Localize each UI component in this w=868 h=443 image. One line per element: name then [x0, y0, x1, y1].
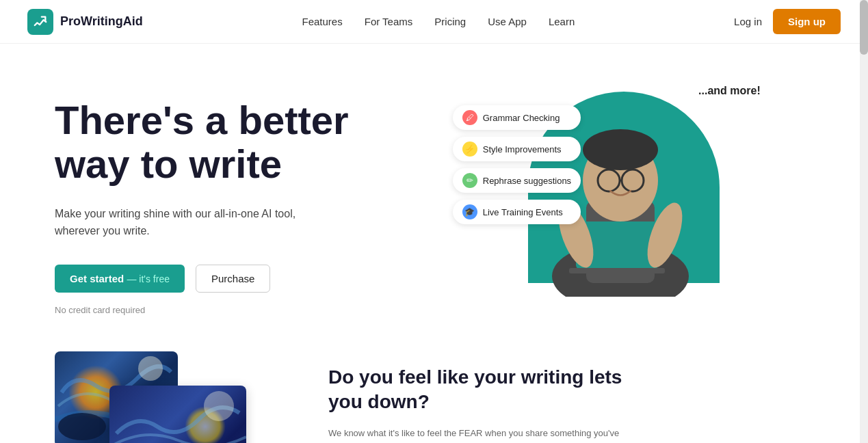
rephrase-label: Rephrase suggestions — [483, 176, 571, 186]
navbar: ProWritingAid Features For Teams Pricing… — [0, 0, 868, 44]
hero-subtitle: Make your writing shine with our all-in-… — [55, 205, 342, 240]
hero-buttons: Get started — it's free Purchase — [55, 265, 434, 293]
hero-image-area: 🖊 Grammar Checking ⚡ Style Improvements … — [434, 85, 814, 324]
rephrase-icon: ✏ — [462, 173, 477, 188]
hero-section: There's a better way to write Make your … — [0, 44, 868, 351]
section2-text: We know what it's like to feel the FEAR … — [328, 426, 643, 443]
pill-style: ⚡ Style Improvements — [453, 137, 581, 161]
nav-features[interactable]: Features — [302, 16, 343, 27]
get-started-button[interactable]: Get started — it's free — [55, 265, 185, 293]
section2-content: Do you feel like your writing lets you d… — [328, 351, 643, 443]
no-credit-text: No credit card required — [55, 305, 434, 315]
hero-title: There's a better way to write — [55, 98, 434, 186]
logo-link[interactable]: ProWritingAid — [27, 9, 143, 35]
hero-content: There's a better way to write Make your … — [55, 85, 434, 315]
svg-point-12 — [58, 413, 106, 440]
nav-use-app[interactable]: Use App — [488, 16, 527, 27]
logo-text: ProWritingAid — [60, 14, 143, 29]
svg-point-3 — [583, 129, 658, 170]
nav-pricing[interactable]: Pricing — [434, 16, 466, 27]
svg-point-11 — [138, 356, 163, 381]
svg-rect-8 — [569, 268, 665, 273]
get-started-label: Get started — [70, 273, 124, 284]
section2-title: Do you feel like your writing lets you d… — [328, 365, 643, 415]
logo-icon — [27, 9, 53, 35]
section2: My idea in my head Do you feel like your… — [0, 351, 868, 443]
svg-point-14 — [204, 391, 234, 421]
scrollbar-thumb[interactable] — [860, 0, 868, 55]
section2-image: My idea in my head — [55, 351, 287, 443]
purchase-button[interactable]: Purchase — [196, 265, 270, 293]
style-label: Style Improvements — [483, 144, 562, 155]
feature-pills: 🖊 Grammar Checking ⚡ Style Improvements … — [453, 105, 581, 224]
person-container: 🖊 Grammar Checking ⚡ Style Improvements … — [508, 78, 740, 297]
nav-for-teams[interactable]: For Teams — [365, 16, 413, 27]
pill-rephrase: ✏ Rephrase suggestions — [453, 168, 581, 193]
starry-night-card2 — [109, 386, 246, 443]
free-label: — it's free — [127, 273, 170, 284]
pill-training: 🎓 Live Training Events — [453, 200, 581, 224]
grammar-label: Grammar Checking — [483, 113, 560, 123]
nav-links: Features For Teams Pricing Use App Learn — [302, 16, 575, 28]
signup-button[interactable]: Sign up — [773, 9, 841, 34]
scrollbar[interactable] — [860, 0, 868, 443]
nav-actions: Log in Sign up — [734, 9, 841, 34]
style-icon: ⚡ — [462, 142, 477, 157]
pill-grammar: 🖊 Grammar Checking — [453, 105, 581, 130]
training-icon: 🎓 — [462, 204, 477, 219]
nav-learn[interactable]: Learn — [549, 16, 575, 27]
training-label: Live Training Events — [483, 207, 563, 217]
grammar-icon: 🖊 — [462, 110, 477, 125]
login-button[interactable]: Log in — [734, 16, 762, 27]
